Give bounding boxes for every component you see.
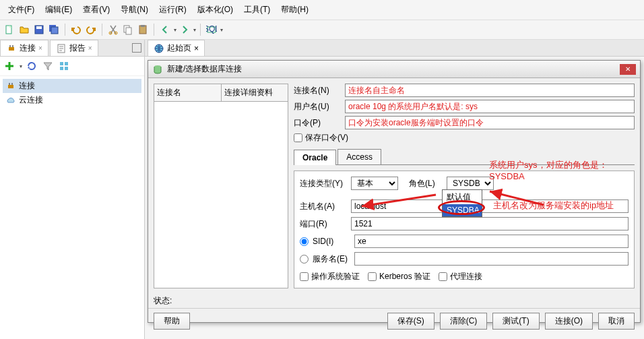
service-radio[interactable] [300, 255, 309, 264]
service-input[interactable] [354, 252, 629, 266]
main-toolbar: ▾ ▾ SQL ▾ [0, 20, 644, 40]
tab-label: 起始页 [167, 42, 191, 54]
menu-version[interactable]: 版本化(O) [192, 1, 238, 18]
tab-access[interactable]: Access [337, 149, 381, 164]
password-input[interactable] [345, 116, 635, 129]
db-icon [152, 64, 163, 75]
svg-text:SQL: SQL [206, 24, 217, 34]
col-conn-details: 连接详细资料 [222, 84, 288, 101]
paste-icon[interactable] [136, 23, 150, 36]
label-role: 角色(L) [409, 178, 443, 189]
sidebar: 连接 × 报告 × ▾ 连接 云连接 [0, 40, 145, 339]
label-proxy: 代理连接 [450, 271, 482, 282]
menu-edit[interactable]: 编辑(E) [40, 1, 77, 18]
svg-rect-15 [60, 62, 63, 65]
sid-radio[interactable] [300, 237, 309, 246]
copy-icon[interactable] [121, 23, 135, 36]
label-hostname: 主机名(A) [300, 201, 347, 212]
tab-oracle[interactable]: Oracle [294, 150, 336, 165]
label-username: 用户名(U) [294, 101, 341, 113]
dialog-close-button[interactable]: ✕ [620, 64, 636, 75]
save-button[interactable]: 保存(S) [387, 313, 434, 330]
label-conn-type: 连接类型(Y) [300, 178, 347, 189]
svg-rect-18 [65, 67, 68, 70]
svg-rect-19 [8, 85, 13, 88]
svg-rect-13 [9, 47, 14, 51]
sidebar-tab-reports[interactable]: 报告 × [50, 40, 98, 56]
sidebar-tab-label: 连接 [20, 42, 36, 54]
globe-icon [154, 43, 164, 54]
sid-input[interactable] [354, 235, 629, 248]
redo-icon[interactable] [84, 23, 98, 36]
conn-type-select[interactable]: 基本 [351, 177, 398, 190]
kerberos-checkbox[interactable] [368, 272, 377, 281]
sql-icon[interactable]: SQL [205, 23, 218, 36]
cancel-button[interactable]: 取消 [598, 313, 635, 330]
label-password: 口令(P) [294, 117, 341, 129]
open-icon[interactable] [18, 23, 31, 36]
menu-bar: 文件(F) 编辑(E) 查看(V) 导航(N) 运行(R) 版本化(O) 工具(… [0, 0, 644, 20]
label-port: 端口(R) [300, 218, 347, 230]
svg-rect-4 [51, 27, 58, 34]
role-dropdown-list[interactable]: 默认值 SYSDBA [442, 189, 482, 217]
saveall-icon[interactable] [47, 23, 61, 36]
role-option-sysdba[interactable]: SYSDBA [443, 204, 482, 216]
menu-help[interactable]: 帮助(H) [276, 1, 314, 18]
proxy-checkbox[interactable] [439, 272, 447, 281]
svg-rect-2 [36, 26, 42, 29]
role-option-default[interactable]: 默认值 [443, 190, 482, 204]
hostname-input[interactable] [351, 199, 629, 213]
connect-button[interactable]: 连接(O) [545, 313, 593, 330]
tab-startpage[interactable]: 起始页 × [148, 40, 205, 56]
status-label: 状态: [148, 294, 640, 308]
forward-icon[interactable] [178, 23, 191, 36]
back-icon[interactable] [158, 23, 172, 36]
undo-icon[interactable] [69, 23, 83, 36]
menu-file[interactable]: 文件(F) [3, 1, 40, 18]
report-icon [56, 43, 67, 54]
conn-name-input[interactable] [345, 84, 635, 97]
menu-tools[interactable]: 工具(T) [238, 1, 276, 18]
svg-rect-16 [65, 62, 68, 65]
svg-rect-8 [126, 28, 131, 34]
tree-label: 云连接 [19, 94, 43, 106]
menu-run[interactable]: 运行(R) [154, 1, 192, 18]
close-icon[interactable]: × [88, 44, 92, 52]
clear-button[interactable]: 清除(C) [440, 313, 488, 330]
label-kerberos: Kerberos 验证 [379, 271, 430, 282]
sidebar-tab-connections[interactable]: 连接 × [0, 40, 49, 56]
new-connection-dialog: 新建/选择数据库连接 ✕ 连接名 连接详细资料 连接名(N) 用户 [148, 60, 641, 323]
forward-dropdown-icon[interactable]: ▾ [193, 27, 196, 33]
os-auth-checkbox[interactable] [300, 272, 309, 281]
save-icon[interactable] [32, 23, 46, 36]
plug-icon [5, 81, 16, 92]
label-service: 服务名(E) [313, 253, 350, 265]
filter-icon[interactable] [41, 59, 55, 73]
add-dropdown-icon[interactable]: ▾ [20, 63, 22, 69]
menu-view[interactable]: 查看(V) [77, 1, 115, 18]
svg-rect-17 [60, 67, 63, 70]
new-icon[interactable] [3, 23, 16, 36]
help-button[interactable]: 帮助 [154, 313, 190, 330]
menu-nav[interactable]: 导航(N) [115, 1, 154, 18]
sql-dropdown-icon[interactable]: ▾ [220, 27, 223, 33]
tree-cloud[interactable]: 云连接 [3, 93, 141, 107]
test-button[interactable]: 测试(T) [492, 313, 539, 330]
save-password-checkbox[interactable] [294, 133, 302, 142]
plug-icon [6, 43, 17, 54]
port-input[interactable] [351, 217, 629, 230]
role-select[interactable]: SYSDBA [447, 177, 494, 190]
sidebar-tab-label: 报告 [69, 42, 86, 54]
back-dropdown-icon[interactable]: ▾ [174, 27, 176, 33]
refresh-icon[interactable] [25, 59, 38, 73]
tree-connections[interactable]: 连接 [3, 79, 141, 93]
label-save-password: 保存口令(V) [305, 132, 348, 144]
minimize-icon[interactable] [132, 43, 141, 53]
cut-icon[interactable] [106, 23, 120, 36]
add-icon[interactable] [3, 59, 16, 73]
close-icon[interactable]: × [38, 44, 42, 52]
username-input[interactable] [345, 100, 635, 113]
close-icon[interactable]: × [194, 44, 199, 53]
grid-icon[interactable] [57, 59, 71, 73]
oracle-connection-form: 连接类型(Y) 基本 角色(L) SYSDBA 默认值 SYSDBA 主 [294, 171, 635, 288]
